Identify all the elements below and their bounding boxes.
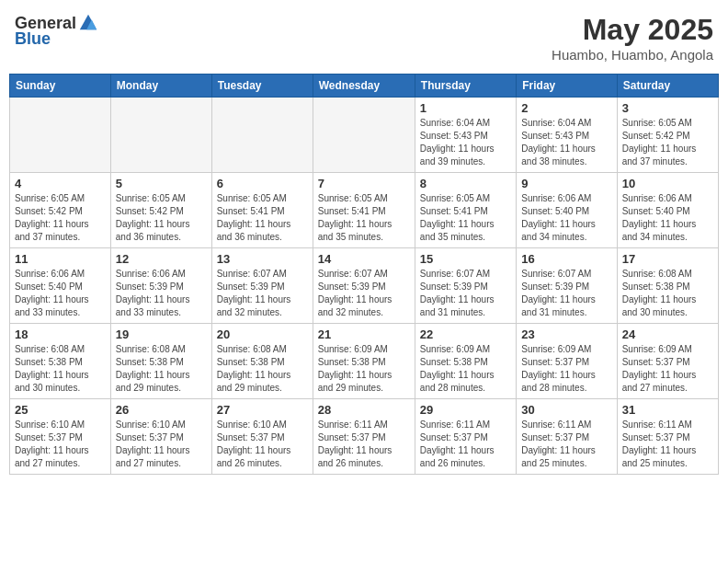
calendar-cell: 21Sunrise: 6:09 AM Sunset: 5:38 PM Dayli…	[313, 324, 415, 399]
day-info: Sunrise: 6:04 AM Sunset: 5:43 PM Dayligh…	[521, 117, 611, 168]
calendar-week-row: 1Sunrise: 6:04 AM Sunset: 5:43 PM Daylig…	[10, 98, 719, 173]
day-number: 16	[521, 252, 611, 266]
day-number: 28	[318, 403, 410, 417]
day-info: Sunrise: 6:10 AM Sunset: 5:37 PM Dayligh…	[116, 419, 207, 470]
day-info: Sunrise: 6:08 AM Sunset: 5:38 PM Dayligh…	[15, 343, 106, 395]
day-number: 5	[116, 177, 207, 190]
day-number: 11	[15, 252, 106, 266]
day-number: 17	[622, 252, 713, 266]
day-info: Sunrise: 6:11 AM Sunset: 5:37 PM Dayligh…	[622, 419, 713, 470]
day-number: 6	[217, 177, 308, 190]
day-number: 1	[420, 101, 511, 115]
day-info: Sunrise: 6:09 AM Sunset: 5:38 PM Dayligh…	[420, 343, 511, 395]
day-number: 30	[521, 403, 611, 417]
calendar-cell: 25Sunrise: 6:10 AM Sunset: 5:37 PM Dayli…	[10, 399, 111, 475]
day-number: 19	[116, 327, 207, 341]
weekday-header: Monday	[110, 75, 211, 98]
page-header: General Blue May 2025 Huambo, Huambo, An…	[9, 9, 719, 66]
logo-icon	[78, 13, 98, 33]
calendar-week-row: 4Sunrise: 6:05 AM Sunset: 5:42 PM Daylig…	[10, 173, 719, 248]
day-info: Sunrise: 6:05 AM Sunset: 5:42 PM Dayligh…	[622, 117, 713, 168]
calendar-cell: 20Sunrise: 6:08 AM Sunset: 5:38 PM Dayli…	[211, 324, 313, 399]
day-number: 14	[318, 252, 410, 266]
calendar-cell	[211, 98, 313, 173]
day-number: 13	[217, 252, 308, 266]
calendar-week-row: 18Sunrise: 6:08 AM Sunset: 5:38 PM Dayli…	[10, 324, 719, 399]
day-info: Sunrise: 6:06 AM Sunset: 5:39 PM Dayligh…	[116, 268, 207, 319]
calendar-cell: 23Sunrise: 6:09 AM Sunset: 5:37 PM Dayli…	[517, 324, 617, 399]
day-info: Sunrise: 6:06 AM Sunset: 5:40 PM Dayligh…	[622, 192, 713, 244]
day-info: Sunrise: 6:11 AM Sunset: 5:37 PM Dayligh…	[318, 419, 410, 470]
day-info: Sunrise: 6:11 AM Sunset: 5:37 PM Dayligh…	[521, 419, 611, 470]
day-number: 12	[116, 252, 207, 266]
day-info: Sunrise: 6:06 AM Sunset: 5:40 PM Dayligh…	[521, 192, 611, 244]
calendar-cell: 8Sunrise: 6:05 AM Sunset: 5:41 PM Daylig…	[415, 173, 516, 248]
day-info: Sunrise: 6:08 AM Sunset: 5:38 PM Dayligh…	[116, 343, 207, 395]
calendar-table: SundayMondayTuesdayWednesdayThursdayFrid…	[9, 74, 719, 475]
day-number: 21	[318, 327, 410, 341]
weekday-header: Saturday	[617, 75, 718, 98]
weekday-header: Friday	[517, 75, 617, 98]
title-block: May 2025 Huambo, Huambo, Angola	[552, 13, 713, 63]
day-number: 25	[15, 403, 106, 417]
day-info: Sunrise: 6:05 AM Sunset: 5:42 PM Dayligh…	[15, 192, 106, 244]
day-number: 31	[622, 403, 713, 417]
day-info: Sunrise: 6:09 AM Sunset: 5:37 PM Dayligh…	[521, 343, 611, 395]
calendar-cell	[313, 98, 415, 173]
day-info: Sunrise: 6:07 AM Sunset: 5:39 PM Dayligh…	[521, 268, 611, 319]
calendar-week-row: 25Sunrise: 6:10 AM Sunset: 5:37 PM Dayli…	[10, 399, 719, 475]
day-info: Sunrise: 6:10 AM Sunset: 5:37 PM Dayligh…	[15, 419, 106, 470]
day-number: 29	[420, 403, 511, 417]
day-number: 20	[217, 327, 308, 341]
day-number: 22	[420, 327, 511, 341]
day-number: 18	[15, 327, 106, 341]
calendar-cell: 19Sunrise: 6:08 AM Sunset: 5:38 PM Dayli…	[110, 324, 211, 399]
day-number: 27	[217, 403, 308, 417]
weekday-header: Thursday	[415, 75, 516, 98]
calendar-cell: 9Sunrise: 6:06 AM Sunset: 5:40 PM Daylig…	[517, 173, 617, 248]
day-number: 3	[622, 101, 713, 115]
calendar-cell: 10Sunrise: 6:06 AM Sunset: 5:40 PM Dayli…	[617, 173, 718, 248]
calendar-cell: 26Sunrise: 6:10 AM Sunset: 5:37 PM Dayli…	[110, 399, 211, 475]
day-info: Sunrise: 6:05 AM Sunset: 5:41 PM Dayligh…	[217, 192, 308, 244]
calendar-cell: 13Sunrise: 6:07 AM Sunset: 5:39 PM Dayli…	[211, 248, 313, 324]
month-title: May 2025	[552, 13, 713, 47]
calendar-cell: 5Sunrise: 6:05 AM Sunset: 5:42 PM Daylig…	[110, 173, 211, 248]
logo: General Blue	[15, 13, 98, 49]
weekday-header-row: SundayMondayTuesdayWednesdayThursdayFrid…	[10, 75, 719, 98]
calendar-week-row: 11Sunrise: 6:06 AM Sunset: 5:40 PM Dayli…	[10, 248, 719, 324]
location: Huambo, Huambo, Angola	[552, 47, 713, 63]
day-info: Sunrise: 6:05 AM Sunset: 5:41 PM Dayligh…	[318, 192, 410, 244]
day-number: 23	[521, 327, 611, 341]
day-info: Sunrise: 6:05 AM Sunset: 5:41 PM Dayligh…	[420, 192, 511, 244]
day-info: Sunrise: 6:08 AM Sunset: 5:38 PM Dayligh…	[622, 268, 713, 319]
day-number: 26	[116, 403, 207, 417]
day-number: 8	[420, 177, 511, 190]
calendar-cell: 3Sunrise: 6:05 AM Sunset: 5:42 PM Daylig…	[617, 98, 718, 173]
calendar-cell: 18Sunrise: 6:08 AM Sunset: 5:38 PM Dayli…	[10, 324, 111, 399]
day-info: Sunrise: 6:10 AM Sunset: 5:37 PM Dayligh…	[217, 419, 308, 470]
day-info: Sunrise: 6:07 AM Sunset: 5:39 PM Dayligh…	[420, 268, 511, 319]
day-number: 2	[521, 101, 611, 115]
calendar-cell: 30Sunrise: 6:11 AM Sunset: 5:37 PM Dayli…	[517, 399, 617, 475]
day-info: Sunrise: 6:09 AM Sunset: 5:38 PM Dayligh…	[318, 343, 410, 395]
calendar-cell: 1Sunrise: 6:04 AM Sunset: 5:43 PM Daylig…	[415, 98, 516, 173]
weekday-header: Tuesday	[211, 75, 313, 98]
calendar-cell: 4Sunrise: 6:05 AM Sunset: 5:42 PM Daylig…	[10, 173, 111, 248]
day-number: 7	[318, 177, 410, 190]
calendar-cell: 28Sunrise: 6:11 AM Sunset: 5:37 PM Dayli…	[313, 399, 415, 475]
calendar-cell	[110, 98, 211, 173]
calendar-cell: 27Sunrise: 6:10 AM Sunset: 5:37 PM Dayli…	[211, 399, 313, 475]
calendar-cell: 6Sunrise: 6:05 AM Sunset: 5:41 PM Daylig…	[211, 173, 313, 248]
calendar-cell: 11Sunrise: 6:06 AM Sunset: 5:40 PM Dayli…	[10, 248, 111, 324]
day-number: 4	[15, 177, 106, 190]
calendar-cell: 2Sunrise: 6:04 AM Sunset: 5:43 PM Daylig…	[517, 98, 617, 173]
day-number: 10	[622, 177, 713, 190]
calendar-cell: 15Sunrise: 6:07 AM Sunset: 5:39 PM Dayli…	[415, 248, 516, 324]
weekday-header: Sunday	[10, 75, 111, 98]
day-info: Sunrise: 6:07 AM Sunset: 5:39 PM Dayligh…	[217, 268, 308, 319]
calendar-cell: 29Sunrise: 6:11 AM Sunset: 5:37 PM Dayli…	[415, 399, 516, 475]
weekday-header: Wednesday	[313, 75, 415, 98]
day-info: Sunrise: 6:05 AM Sunset: 5:42 PM Dayligh…	[116, 192, 207, 244]
calendar-cell: 24Sunrise: 6:09 AM Sunset: 5:37 PM Dayli…	[617, 324, 718, 399]
